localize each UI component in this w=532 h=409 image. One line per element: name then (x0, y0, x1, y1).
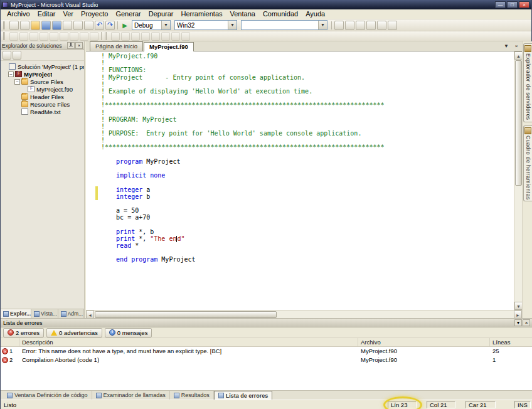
scroll-up-icon[interactable]: ▲ (514, 51, 522, 60)
minimize-button[interactable]: — (495, 1, 506, 8)
save-icon[interactable] (41, 21, 51, 30)
filter-0-advertencias[interactable]: 0 advertencias (46, 328, 102, 337)
document-tab-p-gina-de-inicio[interactable]: Página de inicio (90, 41, 143, 51)
autohide-tab-cuadro-de-herramientas[interactable]: Cuadro de herramientas (523, 125, 532, 202)
menu-herramientas[interactable]: Herramientas (177, 9, 226, 19)
panel-tab-vista[interactable]: Vista... (31, 309, 58, 318)
save-all-icon[interactable] (52, 21, 61, 30)
code-line[interactable]: ! PURPOSE: Entry point for 'Hello World'… (101, 130, 514, 137)
tree-item-resource-files[interactable]: Resource Files (1, 100, 84, 108)
horizontal-scroll-thumb[interactable] (95, 311, 277, 318)
code-line[interactable]: !***************************************… (101, 144, 514, 151)
next-bookmark-icon[interactable] (80, 32, 88, 41)
clear-bookmarks-icon[interactable] (90, 32, 98, 41)
scroll-down-icon[interactable]: ▼ (514, 302, 522, 310)
toolbar-grip[interactable] (3, 21, 6, 29)
chevron-down-icon[interactable]: ▼ (318, 21, 327, 29)
code-line[interactable]: ! (101, 109, 514, 116)
horizontal-scrollbar[interactable]: ◄ ► (86, 310, 522, 318)
close-button[interactable]: × (519, 1, 529, 8)
error-list-icon[interactable] (377, 21, 386, 30)
chevron-down-icon[interactable]: ▼ (228, 21, 237, 29)
step-into-icon[interactable] (141, 32, 150, 41)
close-panel-icon[interactable]: × (523, 319, 530, 326)
filter-0-mensajes[interactable]: 0 mensajes (105, 328, 152, 337)
active-files-dropdown-icon[interactable]: ▼ (502, 42, 511, 50)
code-line[interactable] (101, 249, 514, 256)
panel-tab-adm[interactable]: Adm... (58, 309, 84, 318)
code-line[interactable]: a = 50 (101, 207, 514, 214)
tool-tab-lista-de-errores[interactable]: Lista de errores (214, 391, 273, 400)
menu-editar[interactable]: Editar (34, 9, 60, 19)
tree-item-readme-txt[interactable]: ReadMe.txt (1, 108, 84, 115)
indent-decrease-icon[interactable] (19, 32, 28, 41)
close-panel-icon[interactable]: × (75, 42, 83, 49)
open-file-icon[interactable] (31, 21, 40, 30)
toolbar-grip[interactable] (3, 32, 6, 40)
new-project-icon[interactable] (9, 21, 19, 30)
column-header-line[interactable]: Líneas (490, 338, 532, 346)
compile-icon[interactable] (121, 32, 130, 41)
code-line[interactable]: ! MyProject.f90 (101, 53, 514, 60)
copy-icon[interactable] (73, 21, 83, 30)
column-header-description[interactable]: Descripción (19, 338, 358, 346)
comment-selection-icon[interactable] (40, 32, 48, 41)
vertical-scroll-thumb[interactable] (515, 60, 522, 186)
code-line[interactable] (101, 151, 514, 158)
menu-proyecto[interactable]: Proyecto (77, 9, 112, 19)
previous-bookmark-icon[interactable] (70, 32, 78, 41)
code-line[interactable]: program MyProject (101, 158, 514, 165)
vertical-scrollbar[interactable]: ▲ ▼ (514, 51, 522, 310)
toolbar-grip[interactable] (105, 32, 108, 40)
code-line[interactable]: read * (101, 242, 514, 249)
start-debug-icon[interactable]: ▶ (120, 21, 130, 30)
object-browser-icon[interactable] (356, 21, 365, 30)
code-line[interactable] (101, 179, 514, 186)
tree-item-myproject-f90[interactable]: MyProject.f90 (1, 85, 84, 93)
toolbox-icon[interactable] (366, 21, 376, 30)
code-line[interactable]: print *, "The end" (101, 235, 514, 242)
command-window-icon[interactable] (388, 21, 397, 30)
add-item-icon[interactable] (20, 21, 29, 30)
cut-icon[interactable] (63, 21, 72, 30)
indent-increase-icon[interactable] (29, 32, 38, 41)
close-document-icon[interactable]: × (512, 42, 521, 50)
collapse-icon[interactable]: − (8, 72, 14, 77)
code-line[interactable] (101, 200, 514, 207)
document-tab-myproject-f90[interactable]: MyProject.f90 (144, 42, 194, 51)
stop-build-icon[interactable] (131, 32, 140, 41)
step-over-icon[interactable] (151, 32, 160, 41)
toggle-bookmark-icon[interactable] (60, 32, 68, 41)
find-combo[interactable]: ▼ (241, 20, 327, 30)
tree-item-header-files[interactable]: Header Files (1, 93, 84, 100)
error-row[interactable]: 1Error: This name does not have a type, … (1, 347, 532, 356)
error-row[interactable]: 2Compilation Aborted (code 1)MyProject.f… (1, 356, 532, 364)
code-line[interactable]: end program MyProject (101, 256, 514, 263)
tree-item-myproject[interactable]: −MyProject (1, 70, 84, 78)
column-header-icon[interactable] (1, 338, 19, 346)
tree-item-source-files[interactable]: −Source Files (1, 78, 84, 85)
tree-item-soluci-n-myproject-1-proyecto[interactable]: Solución 'MyProject' (1 proyecto) (1, 63, 84, 70)
breakpoint-icon[interactable] (171, 32, 180, 41)
code-line[interactable]: !***************************************… (101, 102, 514, 109)
code-line[interactable] (101, 165, 514, 172)
properties-icon[interactable] (3, 51, 11, 60)
refresh-icon[interactable] (13, 51, 21, 60)
code-line[interactable]: ! FUNCTIONS: (101, 66, 514, 73)
column-header-file[interactable]: Archivo (358, 338, 490, 346)
hex-display-icon[interactable] (181, 32, 190, 41)
tool-tab-ventana-definici-n-de-c-digo[interactable]: Ventana Definición de código (3, 391, 92, 400)
menu-comunidad[interactable]: Comunidad (259, 9, 302, 19)
code-editor[interactable]: ! MyProject.f90!! FUNCTIONS:! MyProject … (86, 51, 522, 310)
code-line[interactable] (101, 221, 514, 228)
menu-ayuda[interactable]: Ayuda (302, 9, 329, 19)
redo-icon[interactable] (105, 21, 115, 30)
menu-depurar[interactable]: Depurar (145, 9, 178, 19)
solution-config-dropdown[interactable]: Debug ▼ (132, 20, 171, 30)
code-line[interactable]: ! (101, 123, 514, 130)
platform-dropdown[interactable]: Win32 ▼ (174, 20, 237, 30)
menu-generar[interactable]: Generar (112, 9, 144, 19)
build-solution-icon[interactable] (111, 32, 120, 41)
filter-2-errores[interactable]: 2 errores (3, 328, 44, 337)
collapse-icon[interactable]: − (14, 79, 20, 85)
